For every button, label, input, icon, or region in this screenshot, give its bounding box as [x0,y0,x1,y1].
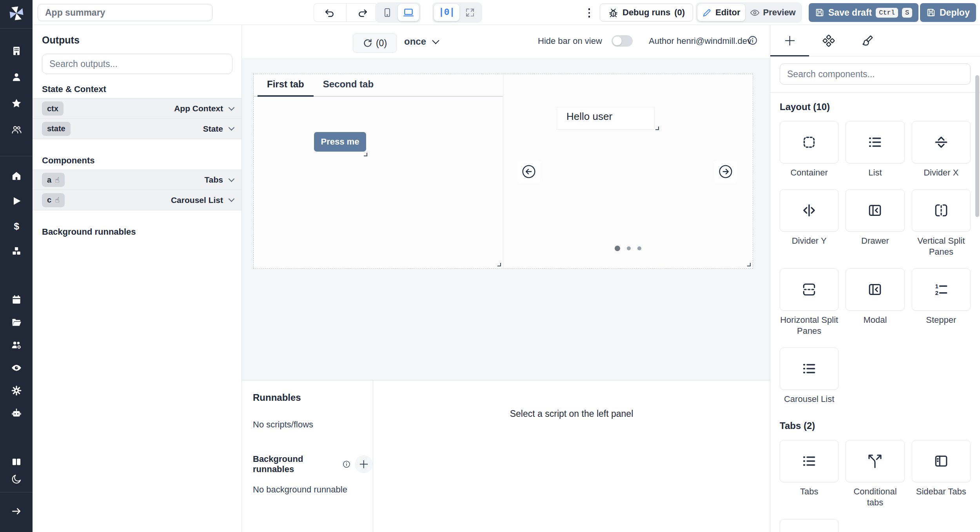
tab-insert-component[interactable] [770,25,809,56]
play-icon[interactable] [8,194,25,208]
debug-runs-button[interactable]: Debug runs (0) [600,4,693,22]
component-card-list[interactable]: List [846,121,904,178]
component-card-sidebar-tabs[interactable]: Sidebar Tabs [912,440,971,508]
tab-theme-styling[interactable] [848,25,887,56]
users-icon[interactable] [8,123,25,136]
desktop-view-button[interactable] [398,4,419,21]
mobile-view-button[interactable] [377,4,398,21]
editor-tab[interactable]: Editor [697,4,745,21]
calendar-icon[interactable] [8,293,25,306]
user-icon[interactable] [8,71,25,84]
drawer-icon [867,203,883,218]
component-card-divider-x[interactable]: Divider X [912,121,971,178]
tabs-icon [801,453,817,469]
output-row-component-c[interactable]: c ☝ Carousel List [33,190,241,210]
search-outputs-input[interactable] [42,54,232,74]
component-card-container[interactable]: Container [780,121,838,178]
resize-handle[interactable] [747,263,751,266]
component-card-label: Divider X [924,167,958,178]
center-content-button[interactable]: |0| [434,4,459,21]
press-me-button[interactable]: Press me [314,132,366,152]
robot-icon[interactable] [8,407,25,420]
component-card-carousel-list[interactable]: Carousel List [780,347,838,405]
component-card-label: Conditional tabs [846,486,904,508]
component-card-label: Carousel List [784,394,834,405]
hide-bar-toggle[interactable] [612,35,633,47]
arrow-right-icon[interactable] [8,505,25,518]
preview-tab[interactable]: Preview [745,4,800,21]
carousel-text-card[interactable]: Hello user [557,107,655,130]
resize-handle[interactable] [364,153,367,156]
more-menu-button[interactable] [583,7,595,19]
background-runnables-title: Background runnables [253,454,338,474]
deploy-button[interactable]: Deploy [920,3,976,22]
users-gear-icon[interactable] [8,338,25,352]
output-row-state[interactable]: state State [33,119,241,139]
moon-icon[interactable] [8,472,25,486]
resize-handle[interactable] [497,263,501,266]
undo-button[interactable] [314,4,347,22]
refresh-mode-select[interactable]: once [404,36,438,47]
component-card-vertical-split[interactable]: Vertical Split Panes [912,189,971,257]
save-draft-button[interactable]: Save draft Ctrl S [809,3,918,22]
carousel-dot[interactable] [627,246,631,250]
plus-icon [785,36,795,46]
component-card-conditional-tabs[interactable]: Conditional tabs [846,440,904,508]
vertical-split-icon [933,203,949,218]
tab-second[interactable]: Second tab [314,79,383,96]
carousel-list-component[interactable]: Hello user [503,74,753,268]
tab-first[interactable]: First tab [258,79,314,96]
app-rail-sidebar: $ [0,0,33,532]
boxes-icon[interactable] [8,244,25,258]
tab-component-settings[interactable] [809,25,848,56]
star-icon[interactable] [8,97,25,110]
diamond-grid-icon [822,34,835,47]
search-components-input[interactable] [780,63,971,85]
component-card-divider-y[interactable]: Divider Y [780,189,838,257]
carousel-dot-active[interactable] [615,246,620,251]
state-badge: state [42,122,71,136]
component-card-label: Stepper [926,315,956,326]
add-background-runnable-button[interactable] [355,455,373,473]
refresh-button[interactable]: (0) [353,33,397,53]
output-row-ctx[interactable]: ctx App Context [33,98,241,119]
component-card-horizontal-split[interactable]: Horizontal Split Panes [780,268,838,337]
info-icon[interactable] [748,35,758,47]
carousel-next-button[interactable] [714,160,737,183]
component-c-badge: c ☝ [42,193,65,207]
component-card-stepper[interactable]: Stepper [912,268,971,337]
chevron-down-icon [229,176,235,182]
carousel-prev-button[interactable] [517,160,540,183]
scrollbar-thumb[interactable] [975,75,979,217]
component-card-label: Container [790,167,828,178]
home-icon[interactable] [8,169,25,183]
component-card-tabs[interactable]: Tabs [780,440,838,508]
building-icon[interactable] [8,44,25,58]
runnables-title: Runnables [253,392,373,403]
tabs-component[interactable]: First tab Second tab Press me [254,74,503,268]
resize-handle[interactable] [655,127,659,130]
component-card-modal[interactable]: Modal [846,268,904,337]
canvas-section: (0) once Hide bar on view Author henri@w… [242,25,770,532]
app-canvas[interactable]: First tab Second tab Press me Hello user [253,74,753,269]
deploy-label: Deploy [940,7,970,18]
folder-icon[interactable] [8,316,25,329]
component-card-partial[interactable] [780,519,838,532]
tabs-component-grid: Tabs Conditional tabs Sidebar Tabs [780,440,971,532]
stepper-icon [933,282,949,297]
output-row-component-a[interactable]: a ☝ Tabs [33,170,241,190]
carousel-dot[interactable] [637,246,641,250]
fullscreen-button[interactable] [459,4,481,21]
app-summary-input[interactable] [38,4,212,21]
ctx-badge: ctx [42,101,64,116]
preview-label: Preview [763,7,796,18]
topbar: |0| Debug runs (0) Editor Preview Sav [33,0,980,25]
windmill-logo-icon[interactable] [7,4,26,23]
eye-icon[interactable] [8,361,25,375]
author-label: Author henri@windmill.dev [649,36,751,46]
book-icon[interactable] [8,455,25,469]
component-card-drawer[interactable]: Drawer [846,189,904,257]
dollar-icon[interactable]: $ [8,219,25,233]
redo-button[interactable] [347,4,379,22]
gear-icon[interactable] [8,384,25,397]
